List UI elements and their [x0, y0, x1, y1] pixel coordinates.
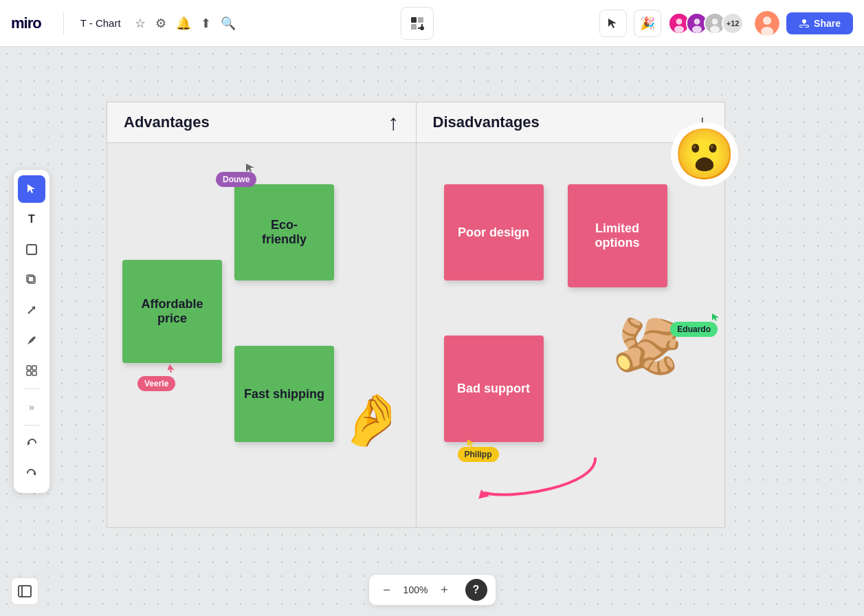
ok-hand-sticker: 🤌 [338, 388, 405, 452]
doc-title[interactable]: T - Chart [80, 17, 121, 29]
header-left: miro T - Chart ☆ ⚙ 🔔 ⬆ 🔍 [11, 12, 236, 34]
star-icon[interactable]: ☆ [135, 16, 146, 31]
zoom-level: 100% [402, 584, 430, 595]
chart-header: Advantages ↑ Disadvantages ↓ [107, 102, 725, 143]
bell-icon[interactable]: 🔔 [176, 16, 191, 31]
sticky-affordable-price-text: Affordable price [131, 297, 214, 326]
svg-marker-34 [467, 439, 474, 447]
miro-logo: miro [11, 14, 41, 32]
sticky-limited-options-text: Limited options [576, 221, 659, 250]
svg-rect-27 [27, 371, 31, 375]
svg-point-15 [710, 25, 720, 33]
header-divider [63, 12, 64, 34]
svg-point-12 [692, 25, 702, 33]
svg-rect-1 [418, 17, 423, 23]
settings-icon[interactable]: ⚙ [155, 16, 166, 31]
disadvantages-title: Disadvantages [433, 113, 540, 131]
svg-point-14 [712, 19, 718, 25]
upload-icon[interactable]: ⬆ [201, 16, 211, 31]
philipp-cursor-tag: Philipp [458, 447, 499, 462]
grid-button[interactable] [401, 7, 434, 40]
user-avatar [755, 11, 779, 36]
redo-button[interactable] [18, 460, 45, 487]
advantages-body[interactable]: Douwe Eco-friendly Affordable price Veer… [107, 143, 417, 528]
header-right: 🎉 +12 Share [599, 10, 853, 37]
advantages-header: Advantages ↑ [107, 102, 417, 143]
veerle-cursor-arrow [164, 362, 177, 377]
sticky-bad-support-text: Bad support [457, 382, 530, 396]
philipp-cursor-arrow [466, 438, 476, 450]
canvas[interactable]: T » Advant [0, 47, 864, 616]
svg-marker-6 [608, 19, 617, 28]
copy-tool[interactable] [18, 266, 45, 294]
t-chart: Advantages ↑ Disadvantages ↓ Douwe Eco-f… [107, 102, 725, 528]
sticky-bad-support[interactable]: Bad support [444, 336, 544, 442]
help-button[interactable]: ? [465, 579, 487, 601]
svg-rect-26 [32, 366, 36, 370]
shocked-emoji-sticker: 😮 [671, 122, 738, 186]
avatar-count[interactable]: +12 [722, 12, 744, 34]
sticky-eco-friendly-text: Eco-friendly [262, 218, 307, 247]
select-tool[interactable] [18, 175, 45, 203]
arrow-tool[interactable] [18, 296, 45, 324]
svg-point-17 [763, 16, 771, 25]
douwe-cursor-arrow [245, 162, 257, 177]
cursor-tool-button[interactable] [599, 10, 627, 37]
bottom-toolbar: − 100% + ? [369, 575, 496, 605]
veerle-cursor-tag: Veerle [137, 376, 175, 391]
svg-point-9 [674, 25, 684, 33]
header: miro T - Chart ☆ ⚙ 🔔 ⬆ 🔍 🎉 [0, 0, 864, 47]
svg-marker-33 [712, 314, 719, 321]
advantages-title: Advantages [124, 113, 210, 131]
advantages-arrow: ↑ [388, 110, 399, 135]
sticky-limited-options[interactable]: Limited options [568, 184, 667, 287]
chart-body: Douwe Eco-friendly Affordable price Veer… [107, 143, 725, 528]
svg-point-11 [694, 19, 700, 25]
search-icon[interactable]: 🔍 [221, 16, 236, 31]
undo-redo-group [18, 430, 45, 487]
share-label: Share [814, 18, 841, 29]
pen-tool[interactable] [18, 327, 45, 354]
svg-rect-36 [19, 586, 31, 597]
toolbar-separator [23, 388, 40, 389]
disadvantages-body[interactable]: 😮 Poor design Limited options Eduardo [417, 143, 726, 528]
sticky-fast-shipping-text: Fast shipping [244, 387, 324, 402]
sticky-fast-shipping[interactable]: Fast shipping [234, 346, 334, 442]
header-icons: ☆ ⚙ 🔔 ⬆ 🔍 [135, 16, 236, 31]
sticky-affordable-price[interactable]: Affordable price [122, 260, 222, 363]
svg-rect-28 [32, 371, 36, 375]
toolbar-separator-2 [23, 425, 40, 426]
svg-marker-31 [246, 164, 254, 172]
panel-toggle-button[interactable] [11, 578, 38, 605]
svg-marker-35 [476, 488, 489, 500]
svg-marker-19 [27, 184, 35, 193]
sticky-eco-friendly[interactable]: Eco-friendly [234, 184, 334, 280]
text-tool[interactable]: T [18, 206, 45, 233]
more-tools[interactable]: » [18, 393, 45, 421]
svg-rect-0 [411, 17, 417, 23]
eduardo-cursor-arrow [711, 312, 720, 324]
sticky-tool[interactable] [18, 236, 45, 263]
svg-rect-2 [411, 24, 417, 30]
svg-rect-25 [27, 366, 31, 370]
share-button[interactable]: Share [786, 12, 853, 34]
svg-point-3 [420, 26, 424, 30]
undo-button[interactable] [18, 430, 45, 457]
svg-rect-20 [27, 245, 36, 254]
gingerbread-sticker: 🫚 [608, 307, 691, 388]
celebration-button[interactable]: 🎉 [634, 10, 661, 37]
sticky-poor-design-text: Poor design [458, 226, 529, 240]
zoom-in-button[interactable]: + [435, 580, 454, 600]
toolbar: T » [14, 170, 49, 493]
zoom-out-button[interactable]: − [377, 580, 397, 600]
svg-marker-32 [167, 364, 176, 374]
frame-tool[interactable] [18, 357, 45, 384]
header-center [236, 7, 599, 40]
sticky-poor-design[interactable]: Poor design [444, 184, 544, 280]
svg-point-8 [676, 19, 683, 25]
avatar-group: +12 [668, 12, 744, 34]
